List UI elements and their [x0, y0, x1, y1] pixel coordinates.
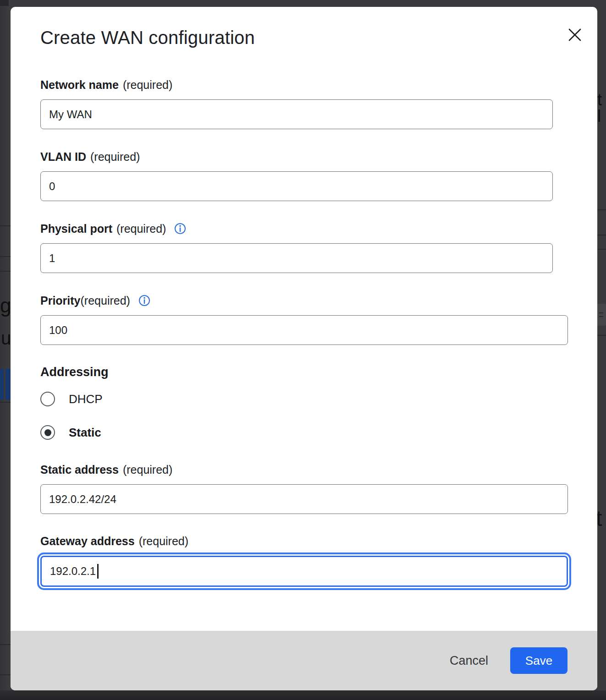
backdrop-dimmed-button [0, 369, 4, 400]
static-address-input[interactable] [40, 484, 568, 514]
close-icon [567, 27, 583, 43]
cancel-button[interactable]: Cancel [439, 648, 499, 673]
physical-port-field: Physical port (required) [40, 222, 597, 273]
vlan-id-field: VLAN ID (required) [40, 150, 597, 201]
required-hint: (required) [81, 294, 130, 307]
physical-port-input[interactable] [40, 243, 553, 273]
text-caret [97, 564, 99, 579]
backdrop-left-column [0, 0, 11, 700]
gateway-address-field: Gateway address (required) 192.0.2.1 [40, 534, 597, 587]
backdrop-text-fragment: t l [597, 92, 606, 125]
required-hint: (required) [123, 78, 172, 92]
backdrop-bottom-strip [0, 690, 606, 700]
backdrop-mini-panel [597, 304, 606, 326]
gateway-address-value: 192.0.2.1 [50, 565, 96, 578]
network-name-field: Network name (required) [40, 78, 597, 129]
backdrop-divider [0, 271, 11, 272]
backdrop-text-fragment: g [0, 295, 11, 316]
info-icon[interactable] [174, 223, 186, 235]
priority-field: Priority (required) [40, 294, 597, 345]
dialog-title: Create WAN configuration [40, 27, 597, 49]
addressing-option-static[interactable]: Static [40, 425, 101, 440]
backdrop-divider [0, 402, 11, 403]
gateway-address-label: Gateway address [40, 535, 135, 548]
addressing-heading: Addressing [40, 365, 597, 379]
backdrop-text-fragment: u [1, 329, 11, 347]
backdrop-dimmed-button [6, 369, 11, 400]
vlan-id-label: VLAN ID [40, 150, 86, 164]
radio-label: Static [69, 426, 101, 440]
close-button[interactable] [564, 24, 585, 45]
required-hint: (required) [139, 535, 188, 548]
backdrop-divider [0, 644, 11, 645]
required-hint: (required) [116, 222, 166, 235]
priority-input[interactable] [40, 315, 568, 345]
static-address-label: Static address [40, 463, 119, 476]
gateway-address-input[interactable]: 192.0.2.1 [40, 556, 568, 587]
required-hint: (required) [123, 463, 172, 476]
radio-label: DHCP [69, 392, 103, 406]
info-icon[interactable] [138, 295, 150, 306]
save-button[interactable]: Save [510, 647, 567, 674]
vlan-id-input[interactable] [40, 171, 553, 201]
dialog-footer: Cancel Save [11, 631, 597, 690]
radio-button-icon[interactable] [40, 425, 55, 440]
priority-label: Priority [40, 294, 81, 307]
static-address-field: Static address (required) [40, 463, 597, 514]
network-name-input[interactable] [40, 99, 553, 129]
backdrop-top-corner [0, 0, 9, 6]
create-wan-configuration-dialog: Create WAN configuration Network name (r… [11, 7, 597, 690]
backdrop-divider [0, 674, 11, 675]
backdrop-divider [0, 225, 11, 226]
radio-button-icon[interactable] [40, 392, 55, 406]
backdrop-divider [597, 235, 606, 235]
backdrop-divider [0, 256, 11, 257]
addressing-option-dhcp[interactable]: DHCP [40, 392, 103, 406]
physical-port-label: Physical port [40, 222, 112, 235]
backdrop-divider [597, 209, 606, 210]
required-hint: (required) [90, 150, 140, 164]
network-name-label: Network name [40, 78, 119, 92]
backdrop-divider [597, 335, 606, 336]
backdrop-divider [597, 249, 606, 250]
